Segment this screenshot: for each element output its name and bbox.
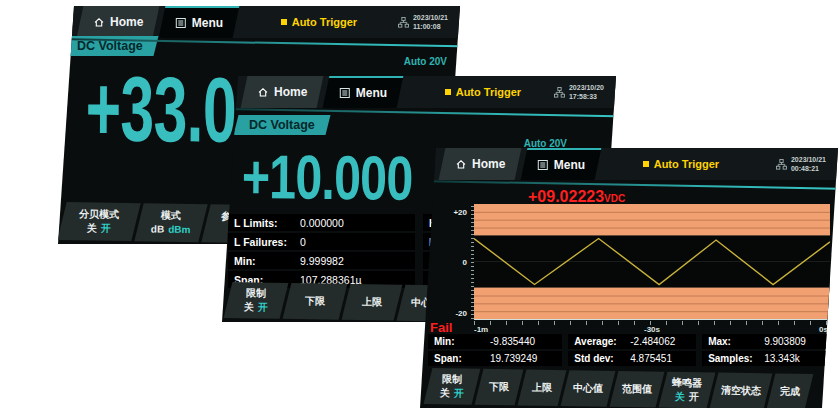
- tab-menu[interactable]: Menu: [159, 6, 240, 38]
- range-indicator: Auto 20V: [524, 138, 567, 149]
- time-value: 00:48:21: [791, 164, 826, 173]
- tab-home-label: Home: [110, 15, 143, 29]
- stat-average: Average:-2.484062: [568, 334, 696, 349]
- tab-home[interactable]: Home: [439, 148, 522, 180]
- statistics-grid: Min:-9.835440 Average:-2.484062 Max:9.90…: [428, 334, 830, 366]
- tab-home[interactable]: Home: [77, 6, 160, 38]
- tab-menu[interactable]: Menu: [521, 148, 602, 180]
- button-db-mode[interactable]: 分贝模式 关开: [57, 202, 140, 241]
- status-badge: Fail: [430, 320, 452, 335]
- option-dbm[interactable]: dBm: [168, 224, 190, 235]
- button-limit-title: 限制: [438, 372, 466, 386]
- date-value: 2023/10/20: [569, 83, 604, 92]
- option-on[interactable]: 开: [101, 223, 111, 234]
- trigger-bullet-icon: [445, 89, 451, 95]
- menu-icon: [537, 159, 549, 171]
- stat-max: Max:9.903809: [702, 334, 830, 349]
- button-limit[interactable]: 限制 关开: [424, 368, 481, 405]
- stage: Home Menu Auto Trigger 2023/10/21 11:00:…: [0, 0, 840, 420]
- trigger-status: Auto Trigger: [281, 6, 357, 38]
- tab-menu[interactable]: Menu: [323, 76, 404, 108]
- live-reading-value: +09.02223: [528, 188, 604, 205]
- y-tick-top: +20: [453, 208, 467, 217]
- tab-bar: Home Menu Auto Trigger 2023/10/21 00:48:…: [420, 148, 838, 180]
- lan-icon: [776, 159, 787, 170]
- button-beeper[interactable]: 蜂鸣器 关开: [659, 372, 716, 409]
- option-off[interactable]: 关: [87, 222, 97, 233]
- stat-min: Min:9.999982: [228, 252, 415, 269]
- option-off[interactable]: 关: [244, 301, 254, 312]
- lan-icon: [554, 87, 565, 98]
- menu-icon: [339, 87, 351, 99]
- trend-waveform: [474, 204, 830, 319]
- live-reading-unit: VDC: [604, 193, 625, 204]
- trend-chart: +20 0 -20 -1m -30s 0s: [448, 204, 830, 334]
- button-done[interactable]: 完成: [767, 373, 814, 409]
- button-beeper-title: 蜂鸣器: [672, 376, 702, 390]
- tab-bar: Home Menu Auto Trigger 2023/10/21 11:00:…: [58, 6, 460, 38]
- main-reading: +10.000: [242, 146, 413, 210]
- mode-badge: DC Voltage: [234, 115, 331, 135]
- option-on[interactable]: 开: [689, 391, 699, 402]
- datetime: 2023/10/20 17:58:33: [554, 76, 604, 108]
- trigger-status: Auto Trigger: [445, 76, 521, 108]
- tab-menu-label: Menu: [554, 158, 585, 172]
- y-tick-bottom: -20: [455, 309, 467, 318]
- button-clear-status[interactable]: 清空状态: [710, 373, 773, 410]
- x-axis: -1m -30s 0s: [474, 320, 830, 334]
- x-tick-left: -1m: [474, 325, 488, 334]
- y-tick-zero: 0: [463, 258, 467, 267]
- tab-bar: Home Menu Auto Trigger 2023/10/20 17:58:…: [222, 76, 616, 108]
- date-value: 2023/10/21: [413, 13, 448, 22]
- time-value: 11:00:08: [413, 22, 448, 31]
- trigger-status: Auto Trigger: [643, 148, 719, 180]
- stat-l-limits: L Limits:0.000000: [228, 214, 415, 231]
- option-off[interactable]: 关: [675, 391, 685, 402]
- button-mode[interactable]: 模式 dBdBm: [134, 203, 207, 242]
- trigger-label: Auto Trigger: [654, 158, 719, 170]
- button-limit-title: 限制: [242, 286, 270, 300]
- date-value: 2023/10/21: [791, 155, 826, 164]
- y-axis: +20 0 -20: [448, 204, 474, 334]
- time-value: 17:58:33: [569, 92, 604, 101]
- button-db-mode-title: 分贝模式: [79, 207, 119, 222]
- trigger-bullet-icon: [643, 161, 649, 167]
- lan-icon: [398, 17, 409, 28]
- home-icon: [257, 86, 269, 98]
- button-high-limit[interactable]: 上限: [342, 284, 403, 321]
- x-tick-mid: -30s: [644, 325, 660, 334]
- stat-stddev: Std dev:4.875451: [568, 351, 696, 366]
- stat-l-failures: L Failures:0: [228, 233, 415, 250]
- button-range-value[interactable]: 范围值: [610, 371, 665, 408]
- button-high-limit[interactable]: 上限: [518, 370, 567, 406]
- button-low-limit[interactable]: 下限: [475, 369, 524, 405]
- mode-badge-label: DC Voltage: [249, 118, 315, 132]
- stat-min: Min:-9.835440: [428, 334, 562, 349]
- stat-span: Span:19.739249: [428, 351, 562, 366]
- menu-icon: [175, 17, 187, 29]
- tab-menu-label: Menu: [192, 16, 223, 30]
- option-db[interactable]: dB: [151, 223, 165, 234]
- tab-home[interactable]: Home: [241, 76, 324, 108]
- trigger-label: Auto Trigger: [456, 86, 521, 98]
- home-icon: [455, 158, 467, 170]
- option-on[interactable]: 开: [258, 301, 268, 312]
- softkey-row: 限制 关开 下限 上限 中心值 范围值 蜂鸣器 关开 清空状态 完成: [428, 368, 810, 410]
- tab-home-label: Home: [274, 85, 307, 99]
- trigger-label: Auto Trigger: [292, 16, 357, 28]
- stat-samples: Samples:13.343k: [702, 351, 830, 366]
- datetime: 2023/10/21 11:00:08: [398, 6, 448, 38]
- button-low-limit[interactable]: 下限: [283, 283, 348, 320]
- range-indicator: Auto 20V: [404, 56, 447, 67]
- home-icon: [93, 16, 105, 28]
- option-on[interactable]: 开: [454, 387, 464, 398]
- tab-menu-label: Menu: [356, 86, 387, 100]
- button-mode-title: 模式: [149, 208, 193, 223]
- trigger-bullet-icon: [281, 19, 287, 25]
- plot-area: [474, 204, 830, 320]
- x-tick-right: 0s: [819, 325, 828, 334]
- button-center-value[interactable]: 中心值: [561, 370, 616, 407]
- option-off[interactable]: 关: [440, 387, 450, 398]
- button-limit[interactable]: 限制 关开: [224, 282, 289, 319]
- main-reading: +33.0: [85, 62, 236, 156]
